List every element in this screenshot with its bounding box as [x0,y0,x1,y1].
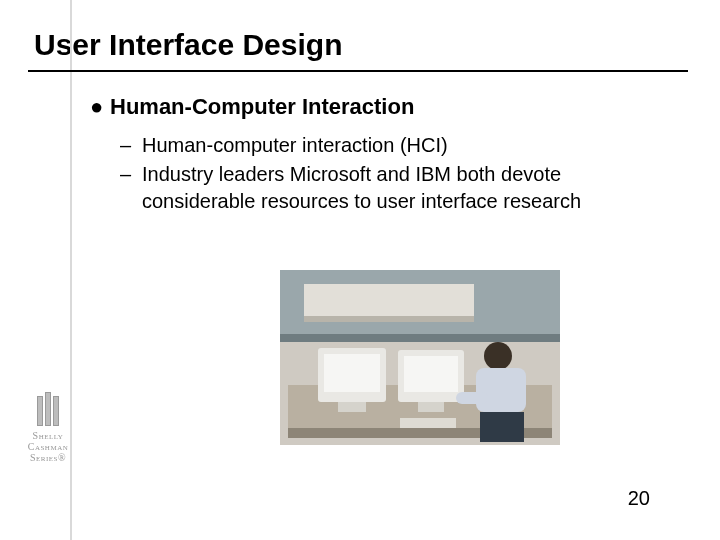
svg-rect-15 [476,368,526,412]
svg-rect-2 [280,334,560,342]
sub-bullet-list: Human-computer interaction (HCI) Industr… [120,132,680,215]
main-bullet-label: Human-Computer Interaction [110,94,414,119]
svg-rect-9 [338,402,366,412]
bullet-marker: ● [90,94,110,120]
svg-rect-16 [456,392,488,404]
svg-point-14 [484,342,512,370]
publisher-brand: Shelly Cashman Series® [24,390,72,500]
title-underline [28,70,688,72]
brand-series: Series [30,452,58,463]
slide-figure [280,270,560,445]
workstation-photo-icon [280,270,560,445]
brand-line: Cashman [24,441,72,452]
svg-rect-13 [400,418,456,428]
slide-title: User Interface Design [34,28,688,61]
svg-rect-5 [304,284,474,320]
svg-rect-12 [418,402,444,412]
sub-bullet: Industry leaders Microsoft and IBM both … [120,161,680,215]
main-bullet: ●Human-Computer Interaction [90,94,680,120]
registered-mark: ® [58,452,66,463]
svg-rect-17 [480,412,524,442]
svg-rect-8 [324,354,380,392]
svg-rect-11 [404,356,458,392]
sub-bullet: Human-computer interaction (HCI) [120,132,680,159]
books-icon [31,390,65,426]
brand-line: Shelly [24,430,72,441]
brand-line: Series® [24,452,72,463]
content-area: ●Human-Computer Interaction Human-comput… [90,94,680,217]
svg-rect-6 [304,316,474,322]
slide: User Interface Design ●Human-Computer In… [0,0,720,540]
page-number: 20 [628,487,650,510]
